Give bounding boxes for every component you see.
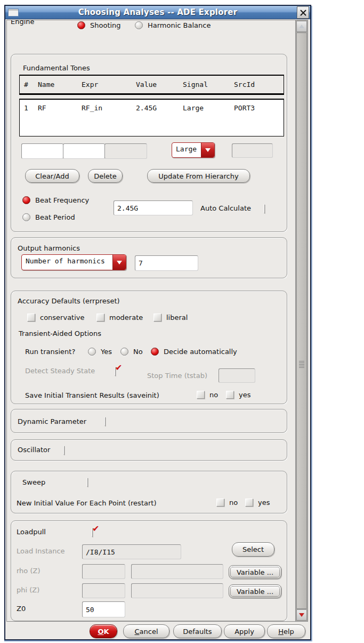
radio-harmonic-balance[interactable]: Harmonic Balance [135,21,211,29]
moderate-label: moderate [109,314,143,322]
radio-run-no[interactable]: No [120,348,143,356]
dialog-window: Choosing Analyses -- ADE Explorer Engine… [4,5,311,640]
conservative-checkbox[interactable] [27,314,35,322]
rho-field-1 [82,564,125,579]
accuracy-label: Accuracy Defaults (errpreset) [18,297,120,305]
ok-button[interactable]: OK [90,624,117,638]
chevron-down-icon[interactable] [201,143,214,157]
titlebar[interactable]: Choosing Analyses -- ADE Explorer [5,6,310,19]
close-icon [300,9,307,17]
z0-label: Z0 [17,605,26,613]
rho-field-2 [131,564,223,579]
transient-aided-label: Transient-Aided Options [19,329,101,337]
phi-field-2 [131,583,223,598]
radio-run-auto[interactable]: Decide automatically [151,348,237,356]
radio-run-yes[interactable]: Yes [88,348,112,356]
vertical-scrollbar[interactable] [295,20,308,621]
radio-shooting[interactable]: Shooting [77,21,121,29]
radio-harmonic-balance-dot[interactable] [135,21,143,29]
select-button[interactable]: Select [232,542,274,557]
radio-run-no-dot[interactable] [120,348,128,356]
restart-no-checkbox[interactable] [216,499,224,507]
tone-expr-field[interactable] [63,143,105,159]
radio-beat-frequency[interactable]: Beat Frequency [22,196,89,204]
restart-yes-label: yes [258,499,270,507]
sweep-checkbox[interactable] [87,478,88,487]
close-button[interactable] [297,6,309,19]
scroll-up-button[interactable] [296,21,307,32]
harmonics-count-field[interactable] [135,255,198,271]
liberal-checkbox[interactable] [153,314,161,322]
tones-table-body: 1 RF RF_in 2.45G Large PORT3 [19,99,284,136]
stop-time-field [219,368,255,383]
group-fundamental-tones: Fundamental Tones # Name Expr Value Sign… [11,54,287,232]
saveinit-no-checkbox[interactable] [197,391,205,399]
auto-calculate-label: Auto Calculate [200,204,251,212]
radio-run-auto-dot[interactable] [151,348,159,356]
signal-dropdown-value: Large [172,143,201,157]
radio-shooting-dot[interactable] [77,21,85,29]
checkbox-restart-yes[interactable]: yes [245,499,270,507]
window-title: Choosing Analyses -- ADE Explorer [5,7,310,17]
col-name: Name [38,81,82,89]
tone-srcid-field [232,143,273,158]
scroll-content: Engine Shooting Harmonic Balance Fundame… [7,20,296,621]
beat-frequency-label: Beat Frequency [35,196,89,204]
tone-name-field[interactable] [21,143,63,159]
harmonic-balance-label: Harmonic Balance [148,21,211,29]
run-no-label: No [133,348,143,356]
beat-value-field[interactable] [114,200,193,215]
auto-calculate-checkbox[interactable] [264,204,265,213]
cancel-label: C [134,628,139,636]
ok-label: O [98,628,103,636]
z0-field[interactable] [82,601,125,617]
defaults-button[interactable]: Defaults [173,624,222,638]
cancel-button[interactable]: Cancel [123,624,169,638]
moderate-checkbox[interactable] [96,314,104,322]
checkbox-liberal[interactable]: liberal [153,314,188,322]
beat-period-label: Beat Period [35,213,75,221]
tone-value-field [104,143,147,159]
scroll-down-button[interactable] [296,609,307,621]
table-row[interactable]: 1 RF RF_in 2.45G Large PORT3 [20,100,284,112]
footer-button-row: OK Cancel Defaults Apply Help [5,624,310,639]
harmonics-mode-dropdown[interactable]: Number of harmonics [21,254,126,270]
saveinit-label: Save Initial Transient Results (saveinit… [25,391,159,399]
checkbox-conservative[interactable]: conservative [27,314,85,322]
variable-button-rho[interactable]: Variable ... [229,565,281,579]
oscillator-checkbox[interactable] [63,446,64,455]
checkbox-moderate[interactable]: moderate [96,314,143,322]
radio-beat-period[interactable]: Beat Period [22,213,75,221]
radio-beat-frequency-dot[interactable] [22,196,30,204]
loadpull-checkbox[interactable]: ✔ [92,528,93,537]
delete-button[interactable]: Delete [88,169,123,183]
signal-dropdown[interactable]: Large [172,142,215,158]
clear-add-button[interactable]: Clear/Add [25,169,79,183]
run-yes-label: Yes [101,348,112,356]
saveinit-no-label: no [209,391,218,399]
run-auto-label: Decide automatically [164,348,237,356]
chevron-down-icon[interactable] [112,255,126,270]
tones-table-header: # Name Expr Value Signal SrcId [19,75,284,95]
update-from-hierarchy-button[interactable]: Update From Hierarchy [147,169,250,183]
variable-button-phi[interactable]: Variable ... [229,584,281,598]
saveinit-yes-checkbox[interactable] [226,391,234,399]
help-button[interactable]: Help [267,624,305,638]
restart-yes-checkbox[interactable] [245,499,253,507]
radio-run-yes-dot[interactable] [88,348,96,356]
checkbox-saveinit-no[interactable]: no [197,391,218,399]
col-srcid: SrcId [234,81,284,89]
oscillator-label: Oscillator [18,446,50,454]
scroll-thumb[interactable] [296,33,307,609]
checkbox-restart-no[interactable]: no [216,499,238,507]
checkbox-saveinit-yes[interactable]: yes [226,391,250,399]
load-instance-field [82,544,181,559]
rho-label: rho (Z) [17,567,41,575]
cell-expr: RF_in [82,104,136,112]
phi-label: phi (Z) [17,586,39,594]
shooting-label: Shooting [90,21,121,29]
apply-button[interactable]: Apply [224,624,265,638]
dynamic-parameter-checkbox[interactable] [104,417,106,426]
radio-beat-period-dot[interactable] [22,213,30,221]
help-label: H [278,628,284,636]
